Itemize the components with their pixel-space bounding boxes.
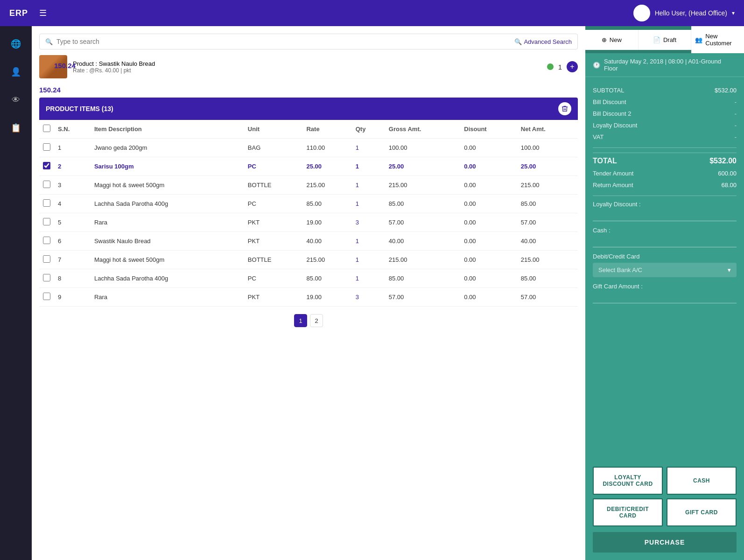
- total-label: TOTAL: [593, 157, 617, 165]
- row-discount: 0.00: [460, 251, 517, 269]
- row-checkbox[interactable]: [43, 181, 50, 188]
- qty-increase-button[interactable]: +: [567, 61, 578, 72]
- page-2-button[interactable]: 2: [310, 314, 323, 327]
- total-row: TOTAL $532.00: [593, 153, 737, 168]
- purchase-button[interactable]: PURCHASE: [593, 532, 737, 553]
- row-desc: Maggi hot & sweet 500gm: [91, 176, 244, 195]
- row-gross: 57.00: [385, 288, 461, 307]
- bank-select[interactable]: Select Bank A/C ▾: [593, 263, 737, 277]
- row-qty[interactable]: 1: [352, 232, 385, 251]
- sidebar-item-documents[interactable]: 📋: [7, 119, 24, 136]
- debit-credit-button[interactable]: DEBIT/CREDIT CARD: [593, 498, 663, 526]
- loyalty-discount-label: Loyalty Discount: [593, 122, 637, 129]
- sidebar-item-eye[interactable]: 👁: [7, 91, 24, 108]
- row-checkbox[interactable]: [43, 143, 50, 151]
- row-qty[interactable]: 1: [352, 157, 385, 176]
- row-checkbox[interactable]: [43, 255, 50, 263]
- hamburger-menu-icon[interactable]: ☰: [39, 8, 47, 18]
- qty-value: 1: [558, 63, 562, 71]
- total-value: $532.00: [709, 157, 737, 165]
- bill-discount-row: Bill Discount -: [593, 96, 737, 108]
- chevron-down-icon: ▾: [732, 10, 735, 16]
- row-checkbox[interactable]: [43, 237, 50, 244]
- cash-input[interactable]: [593, 236, 737, 247]
- row-checkbox[interactable]: [43, 274, 50, 281]
- row-checkbox[interactable]: [43, 218, 50, 225]
- row-unit: PC: [244, 195, 303, 213]
- row-desc: Maggi hot & sweet 500gm: [91, 251, 244, 269]
- bill-discount-label: Bill Discount: [593, 98, 626, 105]
- loyalty-card-button[interactable]: LOYALTY DISCOUNT CARD: [593, 467, 663, 495]
- loyalty-discount-input[interactable]: [593, 210, 737, 221]
- items-count-label: PRODUCT ITEMS (13): [46, 105, 113, 112]
- cash-input-row: Cash :: [593, 227, 737, 247]
- new-button[interactable]: ⊕ New: [585, 30, 639, 50]
- col-net: Net Amt.: [517, 120, 578, 139]
- row-rate: 19.00: [302, 288, 351, 307]
- row-rate: 215.00: [302, 251, 351, 269]
- qty-controls: 1 +: [547, 61, 578, 72]
- product-info: Product : Swastik Naulo Bread Rate : @Rs…: [73, 60, 155, 74]
- plus-icon: ⊕: [602, 36, 607, 43]
- row-desc: Lachha Sada Parotha 400g: [91, 195, 244, 213]
- table-row: 8 Lachha Sada Parotha 400g PC 85.00 1 85…: [39, 269, 578, 288]
- table-row: 6 Swastik Naulo Bread PKT 40.00 1 40.00 …: [39, 232, 578, 251]
- row-sn: 5: [54, 213, 91, 232]
- right-panel: ⊕ New 📄 Draft 👥 New Customer 🕐 Saturday …: [585, 26, 744, 560]
- gift-card-button[interactable]: GIFT CARD: [667, 498, 737, 526]
- col-desc: Item Description: [91, 120, 244, 139]
- row-gross: 57.00: [385, 213, 461, 232]
- qty-decrease-button[interactable]: [547, 63, 554, 70]
- tender-value: 600.00: [718, 170, 737, 177]
- gift-card-input[interactable]: [593, 292, 737, 303]
- row-qty[interactable]: 3: [352, 288, 385, 307]
- row-checkbox[interactable]: [43, 199, 50, 207]
- loyalty-discount-value: -: [735, 122, 737, 129]
- bill-discount2-label: Bill Discount 2: [593, 110, 631, 117]
- row-qty[interactable]: 1: [352, 251, 385, 269]
- row-rate: 40.00: [302, 232, 351, 251]
- row-qty[interactable]: 3: [352, 213, 385, 232]
- advanced-search-button[interactable]: 🔍 Advanced Search: [514, 38, 572, 45]
- col-unit: Unit: [244, 120, 303, 139]
- subtotal-label: SUBTOTAL: [593, 87, 624, 94]
- page-1-button[interactable]: 1: [294, 314, 307, 327]
- row-qty[interactable]: 1: [352, 176, 385, 195]
- row-net: 215.00: [517, 176, 578, 195]
- row-net: 85.00: [517, 195, 578, 213]
- row-net: 85.00: [517, 269, 578, 288]
- return-row: Return Amount 68.00: [593, 179, 737, 191]
- row-qty[interactable]: 1: [352, 139, 385, 157]
- datetime-label: Saturday May 2, 2018 | 08:00 | A01-Groun…: [604, 58, 737, 72]
- table-row: 7 Maggi hot & sweet 500gm BOTTLE 215.00 …: [39, 251, 578, 269]
- select-all-checkbox[interactable]: [43, 125, 50, 132]
- session-info: 🕐 Saturday May 2, 2018 | 08:00 | A01-Gro…: [585, 53, 744, 77]
- row-sn: 8: [54, 269, 91, 288]
- row-qty[interactable]: 1: [352, 195, 385, 213]
- sidebar-item-user[interactable]: 👤: [7, 63, 24, 80]
- row-qty[interactable]: 1: [352, 269, 385, 288]
- draft-button[interactable]: 📄 Draft: [639, 30, 692, 50]
- user-menu[interactable]: Hello User, (Head Office) ▾: [633, 5, 735, 21]
- cash-input-label: Cash :: [593, 227, 737, 234]
- row-net: 25.00: [517, 157, 578, 176]
- row-discount: 0.00: [460, 139, 517, 157]
- draft-icon: 📄: [653, 36, 660, 43]
- price-label: 150.24: [54, 62, 76, 70]
- row-gross: 85.00: [385, 195, 461, 213]
- search-input[interactable]: [56, 38, 511, 45]
- row-unit: PKT: [244, 288, 303, 307]
- row-checkbox[interactable]: [43, 293, 50, 300]
- sidebar-item-globe[interactable]: 🌐: [7, 35, 24, 52]
- row-checkbox[interactable]: [43, 162, 50, 169]
- new-customer-button[interactable]: 👥 New Customer: [691, 26, 744, 53]
- product-rate: Rate : @Rs. 40.00 | pkt: [73, 67, 155, 74]
- return-label: Return Amount: [593, 182, 633, 189]
- cash-button[interactable]: CASH: [667, 467, 737, 495]
- col-sn: S.N.: [54, 120, 91, 139]
- row-gross: 85.00: [385, 269, 461, 288]
- row-rate: 25.00: [302, 157, 351, 176]
- main-layout: 🔍 🔍 Advanced Search Product : Swastik Na…: [32, 26, 744, 560]
- draft-label: Draft: [663, 36, 676, 43]
- delete-icon[interactable]: [558, 102, 571, 115]
